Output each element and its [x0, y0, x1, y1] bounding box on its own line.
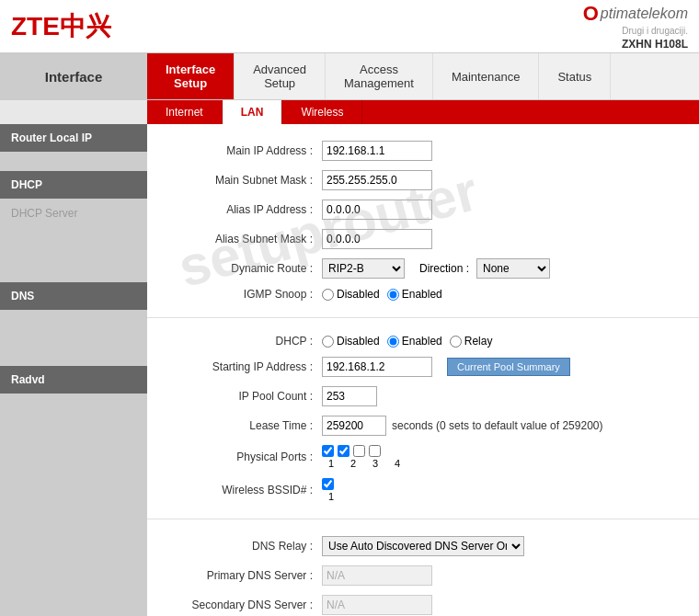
watermark-container: setuprouter Main IP Address : Main Subne…	[147, 124, 699, 616]
sidebar-radvd: Radvd	[0, 366, 147, 394]
sidebar-router-local-ip: Router Local IP	[0, 124, 147, 152]
secondary-dns-input[interactable]	[322, 595, 432, 615]
sub-nav-internet[interactable]: Internet	[147, 100, 223, 124]
alias-ip-label: Alias IP Address :	[156, 203, 322, 216]
port1-checkbox[interactable]	[322, 445, 334, 457]
dns-relay-select[interactable]: Use Auto Discovered DNS Server Only No D…	[322, 536, 524, 556]
igmp-snoop-row: IGMP Snoop : Disabled Enabled	[147, 286, 699, 302]
lease-time-input[interactable]	[322, 416, 386, 436]
sub-nav-lan[interactable]: LAN	[223, 100, 283, 124]
nav-bar: Interface InterfaceSetup AdvancedSetup A…	[0, 53, 699, 100]
sub-nav: Internet LAN Wireless	[147, 100, 699, 124]
igmp-disabled-label[interactable]: Disabled	[322, 288, 380, 301]
brand-name: ptimatelekom	[601, 6, 688, 22]
ports-checkbox-row	[322, 445, 407, 457]
bssid-label-row: 1	[322, 491, 340, 502]
direction-select[interactable]: None Both In Only Out Only	[476, 258, 550, 279]
tab-advanced-setup[interactable]: AdvancedSetup	[235, 53, 326, 99]
dhcp-label: DHCP :	[156, 335, 322, 348]
starting-ip-input[interactable]	[322, 357, 432, 377]
pool-count-input[interactable]	[322, 386, 377, 406]
brand-area: O ptimatelekom Drugi i drugaciji. ZXHN H…	[583, 2, 688, 51]
dhcp-relay-label[interactable]: Relay	[450, 335, 493, 348]
dhcp-section: DHCP : Disabled Enabled Relay	[147, 318, 699, 519]
igmp-enabled-radio[interactable]	[387, 289, 399, 301]
main-subnet-label: Main Subnet Mask :	[156, 174, 322, 187]
main-content: setuprouter Main IP Address : Main Subne…	[147, 124, 699, 616]
igmp-enabled-text: Enabled	[402, 288, 442, 301]
physical-ports-grid: 1 2 3 4	[322, 445, 407, 469]
dhcp-disabled-radio[interactable]	[322, 336, 334, 348]
lease-time-note: seconds (0 sets to default value of 2592…	[392, 419, 602, 432]
dhcp-radio-group: Disabled Enabled Relay	[322, 335, 492, 348]
dynamic-route-row: Dynamic Route : RIP2-B None RIP1 Directi…	[147, 257, 699, 280]
dhcp-disabled-label[interactable]: Disabled	[322, 335, 380, 348]
device-name: ZXHN H108L	[622, 38, 688, 51]
sidebar: Router Local IP DHCP DHCP Server DNS Rad…	[0, 124, 147, 616]
tab-status[interactable]: Status	[539, 53, 611, 99]
port4-label: 4	[388, 458, 407, 469]
dns-relay-label: DNS Relay :	[156, 540, 322, 553]
lease-time-label: Lease Time :	[156, 419, 322, 432]
main-ip-input[interactable]	[322, 141, 432, 161]
alias-ip-input[interactable]	[322, 200, 432, 220]
main-subnet-input[interactable]	[322, 170, 432, 190]
igmp-disabled-text: Disabled	[337, 288, 380, 301]
wireless-bssid-label: Wireless BSSID# :	[156, 484, 322, 496]
logo: ZTE中兴	[11, 9, 111, 44]
starting-ip-label: Starting IP Address :	[156, 360, 322, 373]
main-ip-row: Main IP Address :	[147, 139, 699, 163]
primary-dns-input[interactable]	[322, 565, 432, 586]
port2-checkbox[interactable]	[338, 445, 350, 457]
dns-relay-row: DNS Relay : Use Auto Discovered DNS Serv…	[147, 534, 699, 558]
header: ZTE中兴 O ptimatelekom Drugi i drugaciji. …	[0, 0, 699, 53]
alias-ip-row: Alias IP Address :	[147, 198, 699, 222]
dhcp-relay-radio[interactable]	[450, 336, 462, 348]
logo-text: ZTE中兴	[11, 9, 111, 44]
main-subnet-row: Main Subnet Mask :	[147, 168, 699, 192]
dhcp-disabled-text: Disabled	[337, 335, 380, 348]
main-ip-label: Main IP Address :	[156, 144, 322, 157]
pool-count-row: IP Pool Count :	[147, 384, 699, 408]
sidebar-dhcp-server: DHCP Server	[0, 200, 147, 227]
optima-o: O	[583, 2, 599, 26]
lease-time-row: Lease Time : seconds (0 sets to default …	[147, 414, 699, 438]
dhcp-relay-text: Relay	[464, 335, 493, 348]
port3-checkbox[interactable]	[353, 445, 365, 457]
router-local-ip-section: Main IP Address : Main Subnet Mask : Ali…	[147, 124, 699, 318]
port2-label: 2	[344, 458, 362, 469]
dhcp-enabled-label[interactable]: Enabled	[387, 335, 442, 348]
dhcp-row: DHCP : Disabled Enabled Relay	[147, 333, 699, 349]
igmp-radio-group: Disabled Enabled	[322, 288, 442, 301]
ports-label-row: 1 2 3 4	[322, 458, 407, 469]
tab-maintenance[interactable]: Maintenance	[433, 53, 539, 99]
bssid-checkbox-row	[322, 478, 340, 490]
port4-checkbox[interactable]	[369, 445, 381, 457]
sub-nav-wireless[interactable]: Wireless	[282, 100, 362, 124]
starting-ip-row: Starting IP Address : Current Pool Summa…	[147, 355, 699, 379]
brand-sub: Drugi i drugaciji.	[622, 26, 688, 36]
tab-access-management[interactable]: AccessManagement	[326, 53, 433, 99]
physical-ports-row: Physical Ports : 1 2 3 4	[147, 443, 699, 471]
wireless-bssid-row: Wireless BSSID# : 1	[147, 476, 699, 504]
physical-ports-label: Physical Ports :	[156, 451, 322, 463]
port1-label: 1	[322, 458, 340, 469]
sidebar-dns: DNS	[0, 282, 147, 310]
pool-summary-button[interactable]: Current Pool Summary	[447, 358, 570, 376]
content-area: Router Local IP DHCP DHCP Server DNS Rad…	[0, 124, 699, 616]
igmp-enabled-label[interactable]: Enabled	[387, 288, 442, 301]
secondary-dns-label: Secondary DNS Server :	[156, 599, 322, 611]
tab-interface-setup[interactable]: InterfaceSetup	[147, 53, 235, 99]
dhcp-enabled-radio[interactable]	[387, 336, 399, 348]
nav-sidebar-label: Interface	[0, 53, 147, 99]
alias-subnet-input[interactable]	[322, 229, 432, 249]
igmp-disabled-radio[interactable]	[322, 289, 334, 301]
alias-subnet-label: Alias Subnet Mask :	[156, 233, 322, 245]
dhcp-enabled-text: Enabled	[402, 335, 442, 348]
dynamic-route-label: Dynamic Route :	[156, 262, 322, 275]
nav-tabs: InterfaceSetup AdvancedSetup AccessManag…	[147, 53, 699, 99]
secondary-dns-row: Secondary DNS Server :	[147, 593, 699, 616]
bssid1-checkbox[interactable]	[322, 478, 334, 490]
dynamic-route-select[interactable]: RIP2-B None RIP1	[322, 258, 405, 279]
pool-count-label: IP Pool Count :	[156, 390, 322, 403]
